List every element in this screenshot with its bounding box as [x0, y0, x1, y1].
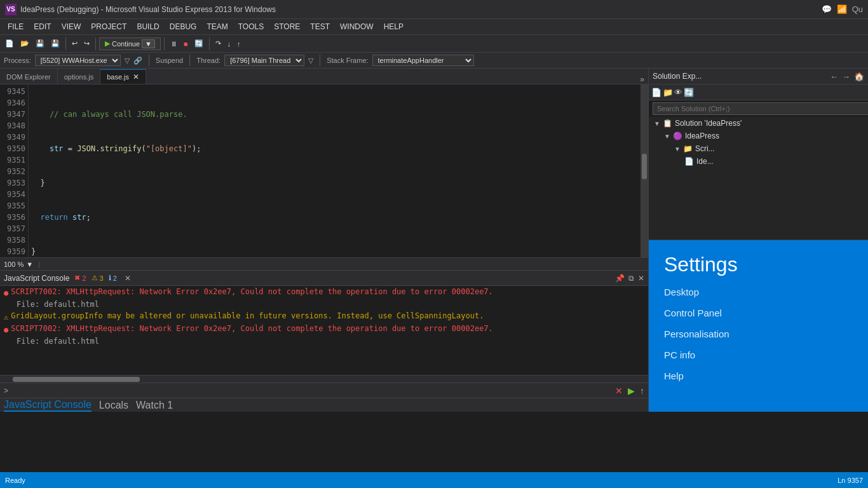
console-badge-info[interactable]: ℹ 2	[109, 274, 117, 282]
redo-button[interactable]: ↪	[81, 37, 92, 51]
code-line: // can always call JSON.parse.	[31, 109, 638, 120]
console-close-icon[interactable]: ✕	[638, 274, 644, 283]
tab-locals[interactable]: Locals	[99, 400, 128, 411]
quick-launch-icon[interactable]: Qu	[852, 4, 863, 14]
console-pin-icon[interactable]: 📌	[615, 274, 625, 283]
settings-nav-pc-info[interactable]: PC info	[664, 346, 853, 364]
console-badge-error[interactable]: ✖ 2	[74, 274, 86, 282]
tree-item-solution[interactable]: ▼ 📋 Solution 'IdeaPress'	[649, 117, 868, 130]
console-float-icon[interactable]: ⧉	[628, 274, 634, 283]
menu-item-edit[interactable]: EDIT	[29, 21, 56, 32]
console-hscroll[interactable]	[0, 375, 648, 383]
step-into-button[interactable]: ↓	[225, 37, 234, 51]
right-panel: Solution Exp... ← → 🏠 📄 📁 👁 🔄 ▼ 📋 Soluti	[648, 69, 868, 412]
settings-nav-control-panel[interactable]: Control Panel	[664, 304, 853, 322]
toolbar: 📄 📂 💾 💾 ↩ ↪ ▶ Continue ▼ ⏸ ■ 🔄 ↷ ↓ ↑	[0, 35, 868, 53]
statusbar: Ready Ln 9357	[0, 472, 868, 488]
stop-button[interactable]: ■	[181, 37, 191, 51]
menu-item-project[interactable]: PROJECT	[86, 21, 132, 32]
tab-js-console[interactable]: JavaScript Console	[4, 399, 92, 412]
new-file-icon[interactable]: 📄	[651, 88, 661, 97]
menu-item-store[interactable]: STORE	[269, 21, 305, 32]
settings-nav-desktop[interactable]: Desktop	[664, 283, 853, 301]
error-icon: ✖	[74, 274, 80, 282]
debug-separator-1	[149, 55, 149, 66]
zoom-arrow[interactable]: ▼	[26, 261, 33, 268]
editor-scrollbar[interactable]	[641, 85, 648, 257]
muted-item[interactable]: 🔇 Muted	[729, 410, 789, 412]
console-header: JavaScript Console ✖ 2 ⚠ 3 ℹ 2 ✕ 📌 ⧉ ✕	[0, 271, 648, 286]
new-project-button[interactable]: 📄	[3, 37, 17, 51]
code-content[interactable]: // can always call JSON.parse. str = JSO…	[29, 85, 641, 257]
console-clear-button[interactable]: ↑	[640, 386, 644, 396]
menu-item-build[interactable]: BUILD	[132, 21, 164, 32]
tree-item-project[interactable]: ▼ 🟣 IdeaPress	[649, 130, 868, 142]
menu-item-view[interactable]: VIEW	[57, 21, 86, 32]
menu-item-file[interactable]: FILE	[3, 21, 29, 32]
console-run-button[interactable]: ▶	[628, 386, 635, 396]
hscroll-thumb[interactable]	[13, 377, 140, 382]
folder-icon: 📁	[683, 144, 693, 153]
new-folder-icon[interactable]: 📁	[663, 88, 673, 97]
menu-item-window[interactable]: WINDOW	[335, 21, 379, 32]
clear-console-icon[interactable]: ✕	[125, 274, 131, 283]
thread-filter-icon[interactable]: ▽	[308, 57, 313, 65]
filter-icon[interactable]: ▽	[125, 57, 130, 65]
attach-icon[interactable]: 🔗	[133, 57, 142, 65]
wifi-icon[interactable]: 📶	[837, 4, 847, 14]
flight-mode-item[interactable]: ✈ Flight mode	[664, 410, 724, 412]
undo-button[interactable]: ↩	[69, 37, 80, 51]
code-line: str = JSON.stringify("[object]");	[31, 143, 638, 154]
tab-dom-explorer[interactable]: DOM Explorer	[0, 69, 58, 84]
info-icon: ℹ	[109, 274, 111, 282]
menu-item-debug[interactable]: DEBUG	[165, 21, 202, 32]
save-all-button[interactable]: 💾	[48, 37, 62, 51]
console-error-button[interactable]: ✕	[615, 386, 623, 396]
show-files-icon[interactable]: 👁	[674, 88, 682, 97]
thread-dropdown[interactable]: [6796] Main Thread	[224, 55, 304, 66]
scrollbar-thumb[interactable]	[642, 154, 647, 179]
settings-nav-personalisation[interactable]: Personalisation	[664, 325, 853, 343]
chat-icon[interactable]: 💬	[822, 4, 832, 14]
sol-forward-icon[interactable]: →	[842, 72, 850, 81]
zoom-value[interactable]: 100 %	[4, 261, 24, 268]
settings-nav-help[interactable]: Help	[664, 367, 853, 385]
brightness-item[interactable]: Brightness	[794, 410, 853, 412]
console-badge-warning[interactable]: ⚠ 3	[92, 274, 104, 282]
restart-button[interactable]: 🔄	[192, 37, 206, 51]
settings-panel: Settings Desktop Control Panel Personali…	[649, 240, 868, 412]
flight-mode-icon: ✈	[679, 410, 709, 412]
sol-back-icon[interactable]: ←	[830, 72, 838, 81]
pause-button[interactable]: ⏸	[168, 37, 180, 51]
tab-overflow[interactable]: »	[636, 75, 648, 84]
open-button[interactable]: 📂	[18, 37, 32, 51]
tab-options-js[interactable]: options.js	[58, 69, 100, 84]
console-footer: > ✕ ▶ ↑	[0, 383, 648, 398]
sol-home-icon[interactable]: 🏠	[854, 72, 864, 81]
step-out-button[interactable]: ↑	[234, 37, 243, 51]
js-file-icon: 📄	[684, 157, 694, 166]
process-dropdown[interactable]: [5520] WWAHost.exe	[35, 55, 121, 66]
step-over-button[interactable]: ↷	[213, 37, 224, 51]
console-input[interactable]	[15, 386, 609, 395]
save-button[interactable]: 💾	[33, 37, 47, 51]
code-editor[interactable]: 9345 9346 9347 9348 9349 9350 9351 9352 …	[0, 85, 648, 257]
solution-title: Solution Exp...	[653, 72, 702, 81]
tree-item-ide[interactable]: 📄 Ide...	[649, 155, 868, 168]
solution-search-input[interactable]	[653, 102, 868, 115]
solution-explorer: Solution Exp... ← → 🏠 📄 📁 👁 🔄 ▼ 📋 Soluti	[649, 69, 868, 240]
menu-item-help[interactable]: HELP	[379, 21, 409, 32]
continue-button[interactable]: ▶ Continue ▼	[99, 37, 161, 50]
menu-item-team[interactable]: TEAM	[201, 21, 233, 32]
frame-dropdown[interactable]: terminateAppHandler	[372, 55, 474, 66]
tab-watch[interactable]: Watch 1	[136, 400, 173, 411]
continue-dropdown[interactable]: ▼	[142, 39, 155, 48]
editor-area: DOM Explorer options.js base.js ✕ » 9345…	[0, 69, 648, 412]
menu-item-tools[interactable]: TOOLS	[233, 21, 269, 32]
console-error-2-file: File: default.html	[0, 336, 648, 347]
menu-item-test[interactable]: TEST	[305, 21, 335, 32]
refresh-icon[interactable]: 🔄	[684, 88, 694, 97]
tree-label: Solution 'IdeaPress'	[675, 119, 742, 128]
tree-item-scripts[interactable]: ▼ 📁 Scri...	[649, 142, 868, 155]
tab-base-js[interactable]: base.js ✕	[100, 69, 146, 84]
